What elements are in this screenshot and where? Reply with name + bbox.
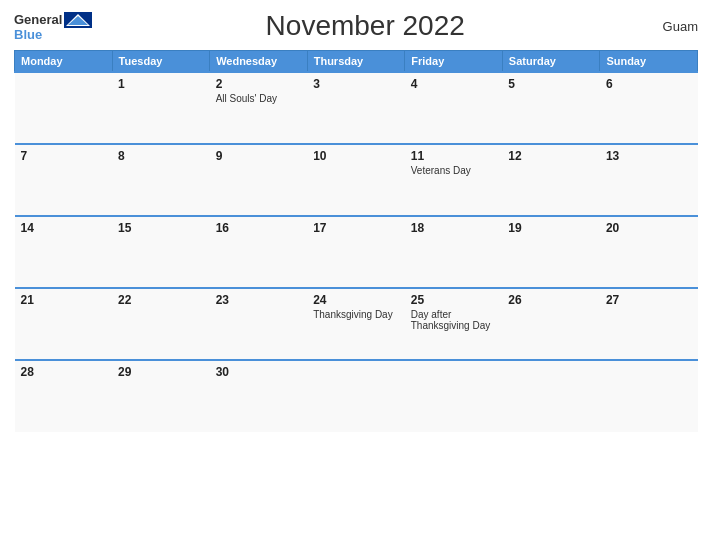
day-number: 1: [118, 77, 204, 91]
day-number: 23: [216, 293, 302, 307]
table-row: 30: [210, 360, 308, 432]
table-row: 3: [307, 72, 405, 144]
day-number: 8: [118, 149, 204, 163]
table-row: 8: [112, 144, 210, 216]
day-number: 20: [606, 221, 692, 235]
day-number: 10: [313, 149, 399, 163]
day-number: 22: [118, 293, 204, 307]
logo: General Blue: [14, 12, 92, 41]
day-number: 11: [411, 149, 497, 163]
day-number: 9: [216, 149, 302, 163]
region-label: Guam: [638, 19, 698, 34]
day-number: 30: [216, 365, 302, 379]
table-row: 14: [15, 216, 113, 288]
day-number: 14: [21, 221, 107, 235]
calendar-week-row: 14151617181920: [15, 216, 698, 288]
table-row: 24Thanksgiving Day: [307, 288, 405, 360]
day-number: 15: [118, 221, 204, 235]
day-number: 6: [606, 77, 692, 91]
col-sunday: Sunday: [600, 51, 698, 73]
table-row: 6: [600, 72, 698, 144]
calendar-week-row: 21222324Thanksgiving Day25Day after Than…: [15, 288, 698, 360]
table-row: 7: [15, 144, 113, 216]
day-number: 21: [21, 293, 107, 307]
logo-blue-text: Blue: [14, 28, 92, 41]
col-friday: Friday: [405, 51, 503, 73]
table-row: 27: [600, 288, 698, 360]
table-row: 29: [112, 360, 210, 432]
logo-general-text: General: [14, 13, 62, 26]
logo-flag-icon: [64, 12, 92, 28]
calendar-table: Monday Tuesday Wednesday Thursday Friday…: [14, 50, 698, 432]
day-number: 24: [313, 293, 399, 307]
col-saturday: Saturday: [502, 51, 600, 73]
day-number: 7: [21, 149, 107, 163]
col-tuesday: Tuesday: [112, 51, 210, 73]
day-number: 3: [313, 77, 399, 91]
table-row: 2All Souls' Day: [210, 72, 308, 144]
calendar-week-row: 12All Souls' Day3456: [15, 72, 698, 144]
day-number: 17: [313, 221, 399, 235]
table-row: 15: [112, 216, 210, 288]
calendar-week-row: 282930: [15, 360, 698, 432]
table-row: 26: [502, 288, 600, 360]
day-number: 26: [508, 293, 594, 307]
table-row: 13: [600, 144, 698, 216]
table-row: 17: [307, 216, 405, 288]
day-number: 13: [606, 149, 692, 163]
calendar-header-row: Monday Tuesday Wednesday Thursday Friday…: [15, 51, 698, 73]
table-row: 10: [307, 144, 405, 216]
day-number: 12: [508, 149, 594, 163]
table-row: 1: [112, 72, 210, 144]
table-row: [405, 360, 503, 432]
calendar-week-row: 7891011Veterans Day1213: [15, 144, 698, 216]
table-row: 25Day after Thanksgiving Day: [405, 288, 503, 360]
table-row: 12: [502, 144, 600, 216]
day-event: Day after Thanksgiving Day: [411, 309, 497, 331]
table-row: 19: [502, 216, 600, 288]
table-row: [307, 360, 405, 432]
table-row: 5: [502, 72, 600, 144]
table-row: 4: [405, 72, 503, 144]
header: General Blue November 2022 Guam: [14, 10, 698, 42]
table-row: 28: [15, 360, 113, 432]
table-row: [502, 360, 600, 432]
day-event: Thanksgiving Day: [313, 309, 399, 320]
col-monday: Monday: [15, 51, 113, 73]
table-row: 16: [210, 216, 308, 288]
table-row: 22: [112, 288, 210, 360]
table-row: 23: [210, 288, 308, 360]
table-row: 11Veterans Day: [405, 144, 503, 216]
day-number: 25: [411, 293, 497, 307]
day-number: 16: [216, 221, 302, 235]
day-number: 27: [606, 293, 692, 307]
day-event: All Souls' Day: [216, 93, 302, 104]
day-number: 18: [411, 221, 497, 235]
table-row: 20: [600, 216, 698, 288]
table-row: 9: [210, 144, 308, 216]
day-number: 29: [118, 365, 204, 379]
col-wednesday: Wednesday: [210, 51, 308, 73]
day-number: 5: [508, 77, 594, 91]
page: General Blue November 2022 Guam Monday T…: [0, 0, 712, 550]
day-number: 4: [411, 77, 497, 91]
day-event: Veterans Day: [411, 165, 497, 176]
calendar-title: November 2022: [92, 10, 638, 42]
table-row: [600, 360, 698, 432]
day-number: 2: [216, 77, 302, 91]
table-row: [15, 72, 113, 144]
col-thursday: Thursday: [307, 51, 405, 73]
day-number: 19: [508, 221, 594, 235]
day-number: 28: [21, 365, 107, 379]
table-row: 18: [405, 216, 503, 288]
table-row: 21: [15, 288, 113, 360]
